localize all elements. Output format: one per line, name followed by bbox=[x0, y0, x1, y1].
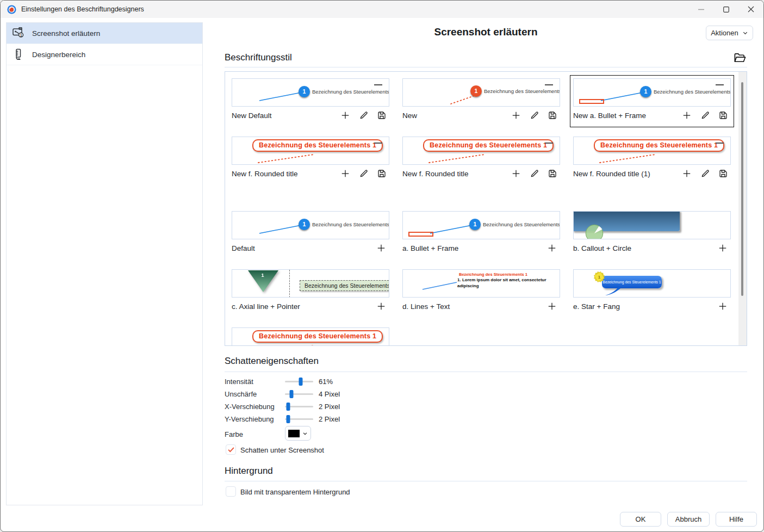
add-style-button[interactable] bbox=[511, 110, 521, 121]
gallery-scrollbar-thumb[interactable] bbox=[741, 82, 743, 296]
add-style-button[interactable] bbox=[546, 243, 557, 253]
actions-button-label: Aktionen bbox=[711, 29, 738, 37]
slider-track[interactable] bbox=[285, 389, 313, 399]
style-preview[interactable]: 1Bezeichnung des Steuerelements 1 bbox=[232, 78, 389, 107]
sidebar-item-screenshot-erlautern[interactable]: 1Screenshot erläutern bbox=[7, 23, 202, 44]
remove-style-icon[interactable] bbox=[374, 84, 382, 85]
edit-style-button[interactable] bbox=[700, 169, 710, 178]
add-style-button[interactable] bbox=[681, 110, 692, 121]
slider-thumb[interactable] bbox=[286, 415, 290, 423]
slider-track[interactable] bbox=[285, 402, 313, 411]
slider-value: 4 Pixel bbox=[319, 390, 340, 398]
shadow-slider-row: Unschärfe4 Pixel bbox=[225, 388, 340, 400]
slider-thumb[interactable] bbox=[289, 390, 293, 398]
caption-text: Bezeichnung des Steuerelements 1 bbox=[312, 221, 389, 227]
transparent-background-checkbox[interactable] bbox=[226, 486, 236, 497]
style-tile[interactable]: 1Bezeichnung des Steuerelements 1Default bbox=[232, 211, 389, 257]
save-style-button[interactable] bbox=[377, 110, 387, 120]
number-badge: 1 bbox=[470, 85, 482, 97]
add-style-button[interactable] bbox=[511, 168, 521, 179]
remove-style-icon[interactable] bbox=[545, 143, 553, 144]
shadow-section-heading: Schatteneigenschaften bbox=[225, 356, 319, 367]
style-tile[interactable]: Bezeichnung des Steuerelements 1New f. R… bbox=[573, 137, 731, 182]
style-tile[interactable]: Bezeichnung des Steuerelements 11. Lorem… bbox=[402, 269, 560, 315]
plus-icon bbox=[681, 110, 692, 121]
add-style-button[interactable] bbox=[717, 301, 728, 312]
style-preview[interactable]: Bezeichnung des Steuerelements 11. Lorem… bbox=[402, 269, 560, 298]
slider-thumb[interactable] bbox=[299, 378, 302, 386]
divider bbox=[225, 481, 747, 481]
add-style-button[interactable] bbox=[340, 110, 351, 121]
slider-thumb[interactable] bbox=[286, 403, 290, 411]
slider-track[interactable] bbox=[285, 415, 313, 424]
add-style-button[interactable] bbox=[546, 301, 557, 312]
remove-style-icon[interactable] bbox=[545, 84, 553, 85]
save-style-button[interactable] bbox=[548, 110, 557, 120]
gallery-scrollbar[interactable] bbox=[738, 72, 747, 345]
number-badge: 1 bbox=[640, 86, 651, 97]
style-name: c. Axial line + Pointer bbox=[232, 302, 300, 311]
save-style-button[interactable] bbox=[377, 169, 387, 178]
save-style-button[interactable] bbox=[718, 110, 728, 120]
actions-button[interactable]: Aktionen bbox=[706, 26, 753, 40]
transparent-background-label: Bild mit transparentem Hintergrund bbox=[240, 488, 350, 496]
style-tile[interactable]: Bezeichnung des Steuerelements 11e. Star… bbox=[573, 269, 731, 315]
style-preview[interactable]: 1Bezeichnung des Steuerelements 1 bbox=[402, 211, 560, 239]
style-preview[interactable]: 1Bezeichnung des Steuerelements 1 bbox=[402, 78, 560, 107]
screenshot-annotate-icon: 1 bbox=[12, 27, 26, 40]
slider-value: 2 Pixel bbox=[319, 403, 340, 411]
style-tile[interactable]: 1Bezeichnung des Steuerelements 1New Def… bbox=[232, 78, 389, 124]
edit-style-button[interactable] bbox=[359, 110, 369, 120]
style-tile[interactable]: Bezeichnung des Steuerelements 1New f. R… bbox=[232, 137, 389, 182]
save-style-button[interactable] bbox=[718, 169, 728, 178]
style-preview[interactable] bbox=[573, 211, 731, 239]
sidebar-item-designerbereich[interactable]: Designerbereich bbox=[7, 44, 202, 65]
add-style-button[interactable] bbox=[681, 168, 692, 179]
save-style-button[interactable] bbox=[548, 169, 557, 178]
style-preview[interactable]: Bezeichnung des Steuerelements 1 bbox=[232, 327, 389, 346]
pencil-icon bbox=[359, 169, 369, 178]
style-preview[interactable]: Bezeichnung des Steuerelements 11 bbox=[573, 269, 731, 298]
style-tile[interactable]: b. Callout + Circle bbox=[573, 211, 731, 257]
speech-bubble: Bezeichnung des Steuerelements 1 bbox=[602, 276, 662, 288]
style-tile[interactable]: Bezeichnung des Steuerelements 1 bbox=[232, 327, 389, 346]
plus-icon bbox=[340, 168, 351, 179]
style-preview[interactable]: 1Bezeichnung des Steuerelements 1 bbox=[573, 78, 731, 107]
minimize-button[interactable] bbox=[688, 1, 713, 18]
add-style-button[interactable] bbox=[376, 301, 387, 312]
style-tile[interactable]: 1Bezeichnung des Steuerelements 1New bbox=[402, 78, 560, 124]
close-button[interactable] bbox=[738, 1, 763, 18]
style-tile[interactable]: 1Bezeichnung des Steuerelements 1a. Bull… bbox=[402, 211, 560, 257]
edit-style-button[interactable] bbox=[530, 169, 539, 178]
edit-style-button[interactable] bbox=[700, 110, 710, 120]
add-style-button[interactable] bbox=[376, 243, 387, 253]
maximize-button[interactable] bbox=[713, 1, 738, 18]
edit-style-button[interactable] bbox=[530, 110, 539, 120]
remove-style-icon[interactable] bbox=[374, 143, 382, 144]
remove-style-icon[interactable] bbox=[716, 84, 724, 85]
cancel-button[interactable]: Abbruch bbox=[667, 512, 710, 527]
style-preview[interactable]: 1Bezeichnung des Steuerelements 1 bbox=[232, 211, 389, 239]
lines-body: 1. Lorem ipsum dolor sit amet, consectet… bbox=[457, 277, 549, 289]
titlebar: Einstellungen des Beschriftungdesigners bbox=[1, 1, 763, 18]
style-preview[interactable]: Bezeichnung des Steuerelements 1 bbox=[232, 137, 389, 165]
add-style-button[interactable] bbox=[340, 168, 351, 179]
svg-text:1: 1 bbox=[598, 275, 601, 280]
add-style-button[interactable] bbox=[717, 243, 728, 253]
style-preview[interactable]: 1Bezeichnung des Steuerelements 1 bbox=[232, 269, 389, 298]
style-tile[interactable]: 1Bezeichnung des Steuerelements 1New a. … bbox=[573, 78, 731, 124]
style-preview[interactable]: Bezeichnung des Steuerelements 1 bbox=[402, 137, 560, 165]
edit-style-button[interactable] bbox=[359, 169, 369, 178]
shadow-under-screenshot-checkbox[interactable] bbox=[226, 444, 236, 455]
shadow-color-dropdown[interactable] bbox=[285, 426, 311, 441]
slider-label: Unschärfe bbox=[225, 390, 285, 398]
save-icon bbox=[548, 110, 557, 120]
style-tile[interactable]: Bezeichnung des Steuerelements 1New f. R… bbox=[402, 137, 560, 182]
help-button[interactable]: Hilfe bbox=[716, 512, 757, 527]
slider-track[interactable] bbox=[285, 377, 313, 386]
remove-style-icon[interactable] bbox=[716, 143, 724, 144]
style-tile[interactable]: 1Bezeichnung des Steuerelements 1c. Axia… bbox=[232, 269, 389, 315]
ok-button[interactable]: OK bbox=[620, 512, 661, 527]
open-style-folder-button[interactable] bbox=[734, 52, 746, 64]
style-preview[interactable]: Bezeichnung des Steuerelements 1 bbox=[573, 137, 731, 165]
